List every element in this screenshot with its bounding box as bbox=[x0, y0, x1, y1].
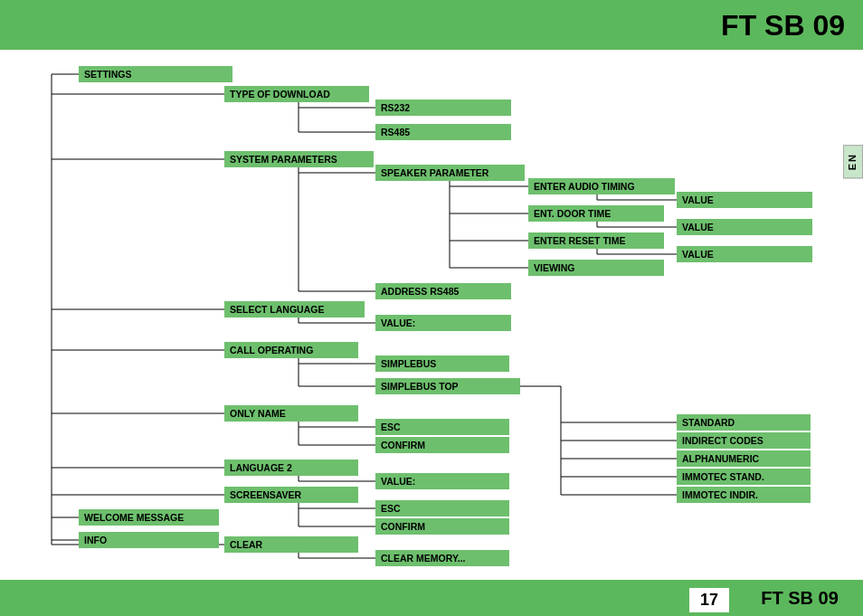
enter-reset-time-box: ENTER RESET TIME bbox=[528, 232, 664, 249]
viewing-box: VIEWING bbox=[528, 260, 664, 276]
footer-bar bbox=[0, 580, 863, 616]
value3-box: VALUE bbox=[677, 246, 812, 262]
footer-brand-text: FT SB 09 bbox=[761, 588, 839, 609]
value2-box: VALUE bbox=[677, 219, 812, 235]
speaker-parameter-box: SPEAKER PARAMETER bbox=[375, 165, 525, 181]
call-operating-box: CALL OPERATING bbox=[224, 342, 358, 358]
value-lang2-box: VALUE: bbox=[375, 473, 509, 489]
welcome-message-box: WELCOME MESSAGE bbox=[79, 509, 219, 526]
rs485-box: RS485 bbox=[375, 124, 511, 140]
esc2-box: ESC bbox=[375, 500, 509, 516]
simplebus-box: SIMPLEBUS bbox=[375, 355, 509, 372]
value1-box: VALUE bbox=[677, 192, 812, 208]
simplebus-top-box: SIMPLEBUS TOP bbox=[375, 378, 520, 394]
clear-box: CLEAR bbox=[224, 536, 358, 553]
immotec-indir-box: IMMOTEC INDIR. bbox=[677, 487, 811, 503]
side-tab: EN bbox=[843, 145, 863, 178]
header-title: FT SB 09 bbox=[721, 9, 845, 43]
diagram: SETTINGS TYPE OF DOWNLOAD RS232 RS485 SY… bbox=[0, 50, 863, 580]
confirm1-box: CONFIRM bbox=[375, 437, 509, 453]
footer-brand: FT SB 09 bbox=[736, 580, 863, 616]
settings-box: SETTINGS bbox=[79, 66, 232, 82]
immotec-stand-box: IMMOTEC STAND. bbox=[677, 469, 811, 485]
enter-audio-timing-box: ENTER AUDIO TIMING bbox=[528, 178, 675, 194]
esc1-box: ESC bbox=[375, 419, 509, 435]
language2-box: LANGUAGE 2 bbox=[224, 460, 358, 476]
address-rs485-box: ADDRESS RS485 bbox=[375, 283, 511, 299]
ent-door-time-box: ENT. DOOR TIME bbox=[528, 205, 664, 222]
info-box: INFO bbox=[79, 532, 219, 548]
type-of-download-box: TYPE OF DOWNLOAD bbox=[224, 86, 369, 102]
screensaver-box: SCREENSAVER bbox=[224, 487, 358, 503]
clear-memory-box: CLEAR MEMORY... bbox=[375, 550, 509, 566]
alphanumeric-box: ALPHANUMERIC bbox=[677, 450, 811, 467]
only-name-box: ONLY NAME bbox=[224, 405, 358, 422]
value-lang-box: VALUE: bbox=[375, 315, 511, 331]
rs232-box: RS232 bbox=[375, 100, 511, 116]
confirm2-box: CONFIRM bbox=[375, 518, 509, 535]
page-number: 17 bbox=[689, 588, 729, 612]
system-parameters-box: SYSTEM PARAMETERS bbox=[224, 151, 374, 167]
indirect-codes-box: INDIRECT CODES bbox=[677, 432, 811, 449]
select-language-box: SELECT LANGUAGE bbox=[224, 301, 365, 317]
standard-box: STANDARD bbox=[677, 414, 811, 431]
